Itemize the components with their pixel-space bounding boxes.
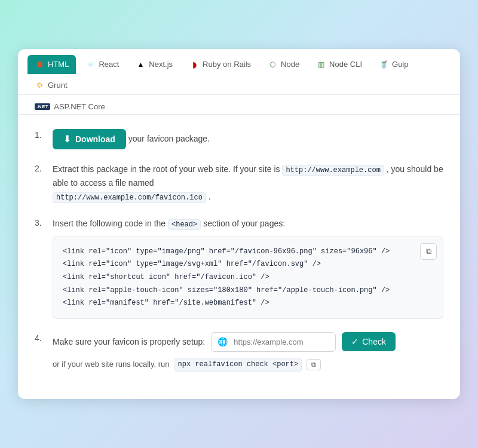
- html5-icon: ▩: [35, 60, 44, 69]
- code-line: <link rel="manifest" href="/site.webmani…: [63, 297, 433, 310]
- step-3-head-tag: <head>: [168, 219, 201, 230]
- code-line: <link rel="icon" type="image/png" href="…: [63, 246, 433, 259]
- code-line: <link rel="icon" type="image/svg+xml" hr…: [63, 258, 433, 271]
- node-icon: ⬡: [268, 60, 277, 69]
- copy-icon: ⧉: [426, 247, 431, 256]
- local-cmd: npx realfavicon check <port>: [174, 358, 302, 372]
- tab-node[interactable]: ⬡ Node: [261, 55, 307, 74]
- step-4: 4. Make sure your favicon is properly se…: [35, 332, 443, 372]
- main-card: ▩ HTML ⚛ React ▲ Next.js ◗ Ruby on Rails…: [18, 49, 460, 399]
- rails-icon: ◗: [189, 60, 199, 69]
- step-4-text: Make sure your favicon is properly setup…: [53, 335, 205, 348]
- content-area: 1. ⬇ Download your favicon package. 2. E…: [18, 115, 460, 399]
- tab-rails[interactable]: ◗ Ruby on Rails: [182, 55, 258, 74]
- or-text: or if your web site runs locally, run: [53, 358, 170, 371]
- globe-icon: 🌐: [212, 335, 234, 348]
- tab-grunt[interactable]: ⚙ Grunt: [27, 76, 75, 95]
- code-line: <link rel="shortcut icon" href="/favicon…: [63, 271, 433, 284]
- or-line: or if your web site runs locally, run np…: [53, 358, 443, 372]
- download-icon: ⬇: [63, 134, 71, 145]
- step-1-text: your favicon package.: [128, 134, 210, 143]
- code-line: <link rel="apple-touch-icon" sizes="180x…: [63, 284, 433, 297]
- step-3-body: Insert the following code in the <head> …: [53, 217, 443, 319]
- dotnet-badge: .NET: [35, 103, 50, 110]
- tab-bar-row2: .NET ASP.NET Core: [18, 95, 460, 115]
- tab-react[interactable]: ⚛ React: [78, 55, 126, 74]
- tab-gulp[interactable]: 🥤 Gulp: [372, 55, 415, 74]
- code-block: <link rel="icon" type="image/png" href="…: [63, 246, 433, 310]
- check-button[interactable]: ✓ Check: [342, 332, 396, 351]
- step-2-text-before: Extract this package in the root of your…: [53, 164, 282, 174]
- copy-code-button[interactable]: ⧉: [420, 243, 437, 260]
- tab-html[interactable]: ▩ HTML: [27, 55, 76, 74]
- step-2-num: 2.: [35, 162, 47, 173]
- step-2-url-example: http://www.example.com: [282, 165, 384, 176]
- url-input[interactable]: [234, 333, 335, 351]
- step-4-num: 4.: [35, 332, 47, 343]
- step-1-num: 1.: [35, 129, 47, 140]
- react-icon: ⚛: [85, 60, 95, 69]
- copy-small-icon: ⧉: [311, 361, 316, 368]
- url-input-wrapper: 🌐: [211, 332, 336, 352]
- download-button[interactable]: ⬇ Download: [53, 129, 126, 149]
- nextjs-icon: ▲: [136, 60, 145, 69]
- nodecli-icon: ▥: [316, 60, 326, 69]
- copy-cmd-button[interactable]: ⧉: [307, 359, 321, 370]
- code-block-wrapper: <link rel="icon" type="image/png" href="…: [53, 237, 443, 319]
- tab-nextjs[interactable]: ▲ Next.js: [128, 55, 180, 74]
- step-2-url-file: http://www.example.com/favicon.ico: [53, 192, 206, 203]
- step-2: 2. Extract this package in the root of y…: [35, 162, 443, 204]
- step-4-row: Make sure your favicon is properly setup…: [53, 332, 443, 352]
- tab-bar: ▩ HTML ⚛ React ▲ Next.js ◗ Ruby on Rails…: [18, 49, 460, 95]
- gulp-icon: 🥤: [379, 60, 388, 69]
- grunt-icon: ⚙: [35, 81, 44, 90]
- step-3-text-after: section of your pages:: [203, 219, 285, 228]
- step-3: 3. Insert the following code in the <hea…: [35, 217, 443, 319]
- step-2-body: Extract this package in the root of your…: [53, 162, 443, 204]
- step-3-num: 3.: [35, 217, 47, 228]
- tab-nodecli[interactable]: ▥ Node CLI: [309, 55, 369, 74]
- step-4-body: Make sure your favicon is properly setup…: [53, 332, 443, 372]
- step-3-text-before: Insert the following code in the: [53, 219, 168, 228]
- tab-aspnet[interactable]: .NET ASP.NET Core: [27, 99, 112, 115]
- step-2-text-end: .: [209, 192, 211, 201]
- step-1-body: ⬇ Download your favicon package.: [53, 129, 443, 149]
- check-icon: ✓: [351, 337, 358, 346]
- step-1: 1. ⬇ Download your favicon package.: [35, 129, 443, 149]
